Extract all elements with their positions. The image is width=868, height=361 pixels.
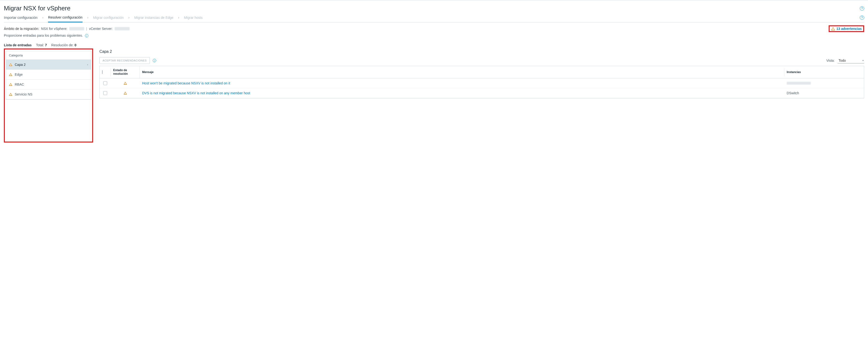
instruction-text: Proporcione entradas para los problemas … (4, 34, 83, 37)
view-label: Vista: (826, 59, 835, 62)
col-instances: Instancias (784, 68, 864, 76)
step-migrate-config: Migrar configuración (93, 16, 124, 22)
row-checkbox[interactable] (103, 81, 107, 85)
page-title: Migrar NSX for vSphere (4, 5, 70, 12)
col-checkbox (100, 68, 111, 76)
accept-recommendations-button[interactable]: ACEPTAR RECOMENDACIONES (99, 57, 150, 64)
warning-icon (124, 82, 127, 85)
step-migrate-edge: Migrar instancias de Edge (134, 16, 174, 22)
scope-vcenter-key: vCenter Server: (89, 27, 113, 31)
category-label: Edge (15, 73, 88, 76)
select-all-checkbox[interactable] (102, 70, 102, 74)
help-icon[interactable]: ? (860, 15, 864, 20)
resolved-value: 0 (74, 43, 76, 47)
table-row: DVS is not migrated because NSXV is not … (100, 88, 864, 98)
category-list: Categoría Capa 2 › Edge RBAC Servicio NS (6, 51, 91, 100)
category-label: Capa 2 (15, 63, 85, 67)
chevron-down-icon: ▾ (863, 59, 864, 62)
warning-icon (124, 92, 127, 95)
wizard-steps: Importar configuración › Resolver config… (4, 14, 864, 23)
chevron-right-icon: › (87, 63, 88, 66)
col-status: Estado de resolución (111, 66, 140, 78)
step-import[interactable]: Importar configuración (4, 16, 37, 22)
category-item-servicio-ns[interactable]: Servicio NS (6, 90, 91, 99)
category-item-capa2[interactable]: Capa 2 › (6, 60, 91, 70)
resolved-label: Resolución de: (51, 43, 73, 47)
col-message: Mensaje (140, 68, 784, 76)
help-icon[interactable]: ? (860, 6, 864, 11)
warnings-text: 13 advertencias (836, 27, 862, 31)
main-heading: Capa 2 (99, 48, 864, 57)
category-label: RBAC (15, 83, 88, 86)
issue-message-link[interactable]: DVS is not migrated because NSXV is not … (142, 91, 250, 95)
category-item-edge[interactable]: Edge (6, 70, 91, 79)
chevron-right-icon: › (42, 16, 43, 22)
total-label: Total: (36, 43, 44, 47)
issues-table: Estado de resolución Mensaje Instancias … (99, 66, 864, 98)
category-label: Servicio NS (15, 92, 88, 96)
warning-icon (9, 83, 12, 86)
chevron-right-icon: › (129, 16, 130, 22)
instance-value: DSwitch (787, 91, 799, 95)
warning-icon (831, 27, 835, 30)
scope-nsx-value (69, 27, 84, 30)
chevron-right-icon: › (178, 16, 179, 22)
chevron-right-icon: › (87, 16, 88, 22)
step-resolve[interactable]: Resolver configuración (48, 15, 82, 23)
info-icon[interactable]: i (85, 34, 88, 37)
view-value: Todo (839, 59, 846, 62)
view-select[interactable]: Todo ▾ (838, 58, 864, 63)
scope-vcenter-value (115, 27, 130, 30)
warning-icon (9, 73, 12, 76)
row-checkbox[interactable] (103, 91, 107, 95)
info-icon[interactable]: i (153, 59, 156, 62)
warning-icon (9, 93, 12, 96)
category-panel-highlight: Categoría Capa 2 › Edge RBAC Servicio NS (4, 48, 93, 142)
warning-icon (9, 63, 12, 66)
warnings-link[interactable]: 13 advertencias (829, 25, 864, 32)
list-title: Lista de entradas (4, 43, 32, 47)
category-item-rbac[interactable]: RBAC (6, 79, 91, 90)
step-migrate-hosts: Migrar hosts (184, 16, 203, 22)
separator: | (86, 27, 87, 31)
total-value: 7 (45, 43, 47, 47)
table-row: Host won't be migrated because NSXV is n… (100, 78, 864, 88)
scope-label: Ámbito de la migración: (4, 27, 39, 31)
instance-value (787, 82, 811, 85)
category-header: Categoría (6, 51, 91, 60)
scope-nsx-key: NSX for vSphere: (41, 27, 67, 31)
issue-message-link[interactable]: Host won't be migrated because NSXV is n… (142, 81, 230, 85)
